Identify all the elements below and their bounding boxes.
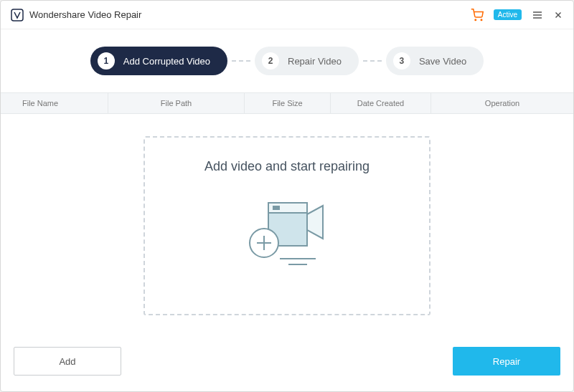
column-header-filesize: File Size (245, 93, 331, 113)
app-logo-icon (11, 9, 24, 21)
dropzone[interactable]: Add video and start repairing (144, 136, 430, 315)
column-header-operation: Operation (431, 93, 573, 113)
app-window: Wondershare Video Repair Active (0, 0, 574, 392)
footer: Add Repair (1, 337, 573, 391)
step-label: Repair Video (288, 56, 342, 67)
step-connector (232, 60, 250, 62)
app-title: Wondershare Video Repair (29, 9, 471, 20)
step-connector (363, 60, 382, 62)
titlebar-controls: Active (471, 9, 563, 21)
step-repair-video[interactable]: 2 Repair Video (255, 47, 359, 75)
table-header: File Name File Path File Size Date Creat… (1, 92, 573, 114)
step-save-video[interactable]: 3 Save Video (386, 47, 484, 75)
camera-icon (237, 188, 337, 274)
step-label: Add Corrupted Video (123, 56, 210, 67)
repair-button[interactable]: Repair (453, 347, 560, 376)
step-label: Save Video (419, 56, 466, 67)
step-number: 3 (393, 52, 410, 70)
svg-rect-10 (273, 206, 280, 210)
step-number: 1 (98, 52, 115, 70)
column-header-filepath: File Path (108, 93, 245, 113)
column-header-filename: File Name (1, 93, 108, 113)
menu-icon[interactable] (532, 9, 543, 21)
step-number: 2 (262, 52, 279, 70)
svg-point-2 (481, 19, 482, 21)
content-area: Add video and start repairing (1, 114, 573, 337)
column-header-datecreated: Date Created (331, 93, 431, 113)
steps-bar: 1 Add Corrupted Video 2 Repair Video 3 S… (1, 29, 573, 92)
close-icon[interactable] (553, 10, 563, 20)
titlebar: Wondershare Video Repair Active (1, 1, 573, 29)
add-button[interactable]: Add (14, 347, 121, 376)
dropzone-text: Add video and start repairing (204, 159, 370, 174)
cart-icon[interactable] (471, 9, 484, 21)
active-badge: Active (494, 9, 522, 20)
svg-point-1 (475, 19, 476, 21)
step-add-video[interactable]: 1 Add Corrupted Video (90, 47, 227, 75)
